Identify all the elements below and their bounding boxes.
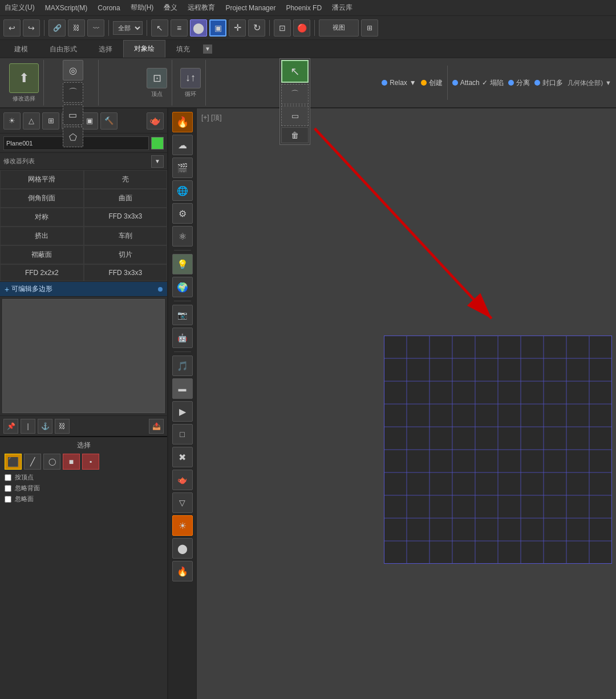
menu-help[interactable]: 帮助(H) (131, 3, 154, 13)
unlink-button[interactable]: ⛓ (68, 19, 85, 37)
loop-icon[interactable]: ↓↑ (180, 68, 201, 88)
mirror-button[interactable]: ⊡ (274, 19, 291, 37)
checkbox-ignore-face[interactable] (5, 496, 11, 503)
ct-kettle-btn[interactable]: 🫖 (172, 470, 193, 490)
menu-customize[interactable]: 自定义(U) (5, 3, 35, 13)
sel-icon-element[interactable]: ▪ (82, 454, 99, 470)
modifier-ffd-3x3x3-a[interactable]: FFD 3x3x3 (84, 208, 168, 227)
menu-corona[interactable]: Corona (98, 4, 120, 12)
sel-icon-poly[interactable]: ■ (63, 454, 80, 470)
ct-orange-btn[interactable]: ☀ (172, 515, 193, 536)
select-box-button[interactable]: ▣ (209, 19, 226, 37)
menu-project-manager[interactable]: Project Manager (225, 4, 275, 12)
modifier-extrude[interactable]: 挤出 (0, 227, 84, 245)
ribbon-arrow-button[interactable]: ▼ (203, 45, 212, 54)
separate-btn[interactable]: 分离 (508, 78, 530, 88)
select-region-button[interactable]: ≡ (171, 19, 188, 37)
tab-object-paint[interactable]: 对象绘 (123, 40, 165, 58)
small-icon-rect[interactable]: ▭ (63, 104, 83, 125)
ct-globe2-btn[interactable]: 🌍 (172, 277, 193, 297)
create-btn[interactable]: 创建 (421, 78, 443, 88)
checkbox-ignore-back[interactable] (5, 485, 11, 492)
ct-camera-btn[interactable]: 📷 (172, 305, 193, 325)
ct-globe-btn[interactable]: 🌐 (172, 180, 193, 201)
cmd-teapot-btn[interactable]: 🫖 (147, 112, 164, 130)
align-button[interactable]: 🔴 (293, 19, 310, 37)
cmd-hammer-btn[interactable]: 🔨 (100, 112, 117, 130)
menu-panyun[interactable]: 潘云库 (332, 3, 352, 13)
sel-icon-vertex[interactable]: ⬛ (5, 454, 22, 470)
move-tool-button[interactable]: ✛ (229, 19, 246, 37)
bind-button[interactable]: 〰 (87, 19, 104, 37)
modify-select-icon[interactable]: ⬆ (9, 63, 39, 93)
select-active-button[interactable]: ⬤ (190, 19, 207, 37)
viewport-config-button[interactable]: ⊞ (361, 19, 378, 37)
bc-chain-btn[interactable]: ⛓ (55, 419, 70, 434)
bc-sep-btn[interactable]: | (21, 419, 35, 434)
sel-icon-border[interactable]: ◯ (43, 454, 60, 470)
tab-selection[interactable]: 选择 (88, 41, 123, 58)
geometry-dropdown[interactable]: 几何体(全部) ▼ (568, 79, 611, 87)
menu-phoenix[interactable]: Phoenix FD (286, 4, 322, 12)
link-button[interactable]: 🔗 (48, 19, 66, 37)
attach-btn[interactable]: Attach ✓ 塌陷 (452, 78, 504, 88)
popup-trash-btn[interactable]: 🗑 (281, 127, 309, 143)
ct-scene-btn[interactable]: 🎬 (172, 157, 193, 178)
undo-button[interactable]: ↩ (3, 19, 21, 37)
menu-maxscript[interactable]: MAXScript(M) (45, 4, 88, 12)
modifier-shell[interactable]: 壳 (84, 170, 168, 189)
bc-pin-btn[interactable]: 📌 (3, 419, 18, 434)
cmd-triangle-btn[interactable]: △ (23, 112, 40, 130)
ct-atom-btn[interactable]: ⚛ (172, 226, 193, 247)
ct-rect-btn[interactable]: ▬ (172, 378, 193, 399)
modifier-symmetry[interactable]: 对称 (0, 208, 84, 227)
rotate-tool-button[interactable]: ↻ (248, 19, 265, 37)
modifier-slice[interactable]: 切片 (84, 245, 168, 264)
ct-fire-btn[interactable]: 🔥 (172, 112, 193, 132)
modifier-bevel-profile[interactable]: 倒角剖面 (0, 189, 84, 208)
cursor-select-btn[interactable]: ↖ (281, 60, 309, 83)
ct-play-btn[interactable]: ▶ (172, 401, 193, 422)
modifier-lathe[interactable]: 车削 (84, 227, 168, 245)
selection-filter-dropdown[interactable]: 全部 (113, 21, 143, 35)
editable-poly-panel[interactable]: + 可编辑多边形 (0, 282, 167, 297)
small-icon-lasso[interactable]: ⌒ (63, 82, 83, 103)
ct-fire2-btn[interactable]: 🔥 (172, 561, 193, 581)
ct-cone-btn[interactable]: ▽ (172, 492, 193, 513)
menu-overlay[interactable]: 叠义 (164, 3, 177, 13)
ct-cross-btn[interactable]: ✖ (172, 447, 193, 467)
modifier-list-arrow[interactable]: ▼ (151, 155, 164, 168)
modifier-surface[interactable]: 曲面 (84, 189, 168, 208)
tab-fill[interactable]: 填充 (165, 41, 201, 58)
redo-button[interactable]: ↪ (23, 19, 40, 37)
bc-anchor-btn[interactable]: ⚓ (38, 419, 52, 434)
ct-grid-btn[interactable]: ⚙ (172, 203, 193, 224)
ct-cloud-btn[interactable]: ☁ (172, 135, 193, 155)
popup-lasso-btn[interactable]: ⌒ (281, 84, 309, 104)
view-dropdown-button[interactable]: 视图 (319, 19, 359, 37)
modifier-garment-maker[interactable]: 褶蔽面 (0, 245, 84, 264)
cmd-sun-btn[interactable]: ☀ (3, 112, 21, 130)
select-tool-button[interactable]: ↖ (151, 19, 168, 37)
vertex-icon[interactable]: ⊡ (147, 68, 167, 88)
bc-export-btn[interactable]: 📤 (149, 419, 164, 434)
seal-poly-btn[interactable]: 封口多 (534, 78, 563, 88)
tab-modeling[interactable]: 建模 (3, 41, 39, 58)
modifier-mesh-smooth[interactable]: 网格平滑 (0, 170, 84, 189)
modifier-ffd-3x3x3-b[interactable]: FFD 3x3x3 (84, 264, 168, 281)
small-icon-poly[interactable]: ⬠ (63, 127, 83, 147)
small-icon-1[interactable]: ◎ (63, 60, 83, 80)
tab-freeform[interactable]: 自由形式 (39, 41, 88, 58)
ct-light-btn[interactable]: 💡 (172, 254, 193, 274)
ct-audio-btn[interactable]: 🎵 (172, 355, 193, 376)
menu-education[interactable]: 远程教育 (188, 3, 215, 13)
ct-box-btn[interactable]: □ (172, 424, 193, 445)
cmd-modifier-btn[interactable]: ⊞ (42, 112, 59, 130)
sel-icon-edge[interactable]: ╱ (24, 454, 41, 470)
modifier-ffd-2x2x2[interactable]: FFD 2x2x2 (0, 264, 84, 281)
checkbox-by-vertex[interactable] (5, 474, 11, 481)
cmd-box-btn[interactable]: ▣ (81, 112, 98, 130)
relax-btn[interactable]: Relax ▼ (382, 79, 416, 87)
ct-robot-btn[interactable]: 🤖 (172, 328, 193, 348)
popup-rect-btn[interactable]: ▭ (281, 106, 309, 126)
